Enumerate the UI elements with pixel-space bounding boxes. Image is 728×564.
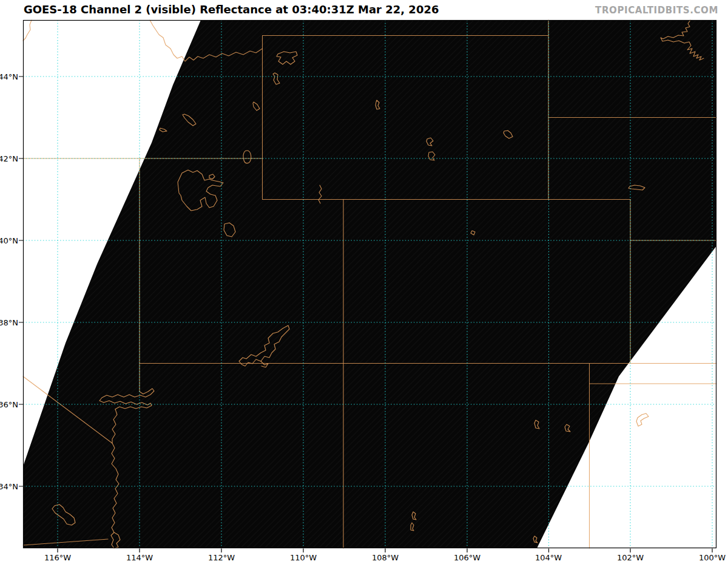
- lon-tick-label: 108°W: [372, 553, 399, 562]
- lon-tick-label: 114°W: [126, 553, 153, 562]
- page: { "page": { "title": "GOES-18 Channel 2 …: [0, 0, 728, 564]
- lake-meredith: [636, 413, 649, 426]
- lon-tick-label: 112°W: [208, 553, 235, 562]
- lon-tick-label: 100°W: [699, 553, 726, 562]
- lat-tick-label: 38°N: [0, 318, 18, 327]
- oregon-idaho-border: [23, 20, 32, 41]
- lat-tick-label: 40°N: [0, 236, 18, 245]
- lon-tick-label: 110°W: [290, 553, 317, 562]
- lon-tick-label: 106°W: [454, 553, 480, 562]
- lon-tick-label: 104°W: [535, 553, 562, 562]
- lat-tick-label: 34°N: [0, 482, 18, 491]
- lat-tick-label: 44°N: [0, 72, 18, 81]
- lon-tick-label: 102°W: [617, 553, 644, 562]
- longitude-ticks: [58, 549, 712, 553]
- lon-tick-label: 116°W: [44, 553, 71, 562]
- latitude-ticks: [19, 76, 23, 486]
- satellite-map: [0, 0, 728, 564]
- lat-tick-label: 36°N: [0, 400, 18, 409]
- satellite-swath-scan-texture: [23, 20, 716, 548]
- lat-tick-label: 42°N: [0, 154, 18, 163]
